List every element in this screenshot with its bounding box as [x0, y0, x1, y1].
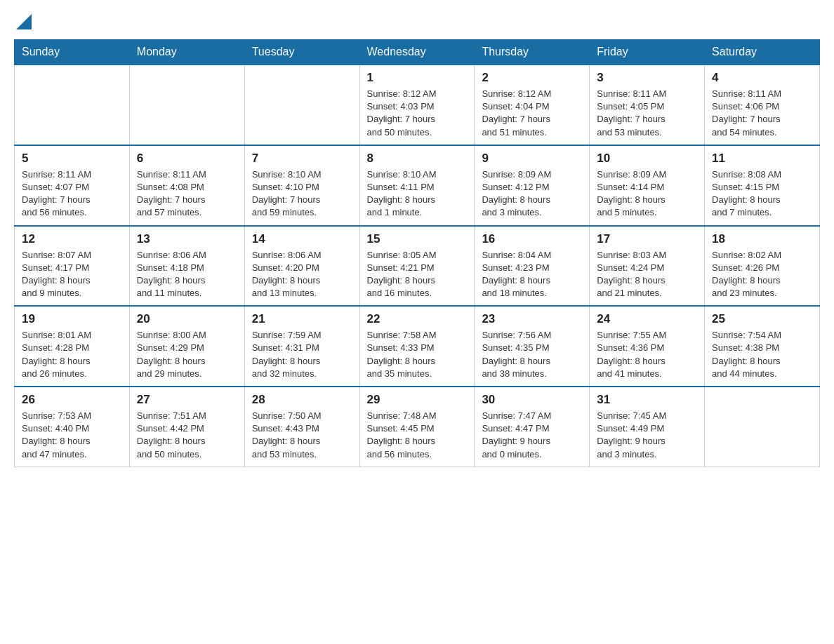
day-number: 16 — [482, 232, 582, 246]
calendar-cell — [15, 65, 130, 145]
day-info: Sunrise: 7:55 AMSunset: 4:36 PMDaylight:… — [597, 329, 697, 380]
day-number: 7 — [252, 152, 352, 166]
weekday-header-sunday: Sunday — [15, 40, 130, 65]
day-info: Sunrise: 8:11 AMSunset: 4:07 PMDaylight:… — [22, 168, 122, 220]
logo-triangle-icon — [16, 14, 32, 29]
weekday-header-tuesday: Tuesday — [244, 40, 359, 65]
calendar-cell: 13Sunrise: 8:06 AMSunset: 4:18 PMDayligh… — [129, 226, 244, 307]
weekday-header-thursday: Thursday — [475, 40, 590, 65]
weekday-header-friday: Friday — [590, 40, 705, 65]
day-number: 4 — [712, 71, 812, 85]
calendar-cell: 1Sunrise: 8:12 AMSunset: 4:03 PMDaylight… — [359, 65, 475, 145]
calendar-cell: 10Sunrise: 8:09 AMSunset: 4:14 PMDayligh… — [590, 145, 705, 226]
calendar-cell: 25Sunrise: 7:54 AMSunset: 4:38 PMDayligh… — [705, 306, 820, 387]
calendar-cell: 27Sunrise: 7:51 AMSunset: 4:42 PMDayligh… — [129, 387, 244, 467]
day-number: 3 — [597, 71, 697, 85]
day-info: Sunrise: 7:51 AMSunset: 4:42 PMDaylight:… — [137, 410, 237, 461]
day-info: Sunrise: 8:12 AMSunset: 4:03 PMDaylight:… — [367, 88, 468, 139]
day-info: Sunrise: 8:08 AMSunset: 4:15 PMDaylight:… — [712, 168, 812, 220]
day-number: 8 — [367, 152, 468, 166]
day-number: 19 — [22, 312, 122, 326]
day-info: Sunrise: 8:03 AMSunset: 4:24 PMDaylight:… — [597, 249, 697, 300]
calendar-table: SundayMondayTuesdayWednesdayThursdayFrid… — [14, 39, 820, 467]
day-info: Sunrise: 7:56 AMSunset: 4:35 PMDaylight:… — [482, 329, 582, 380]
calendar-cell: 26Sunrise: 7:53 AMSunset: 4:40 PMDayligh… — [15, 387, 130, 467]
day-info: Sunrise: 8:10 AMSunset: 4:11 PMDaylight:… — [367, 168, 468, 220]
page-header — [14, 14, 820, 32]
calendar-week-3: 12Sunrise: 8:07 AMSunset: 4:17 PMDayligh… — [15, 226, 820, 307]
calendar-cell: 28Sunrise: 7:50 AMSunset: 4:43 PMDayligh… — [244, 387, 359, 467]
day-number: 13 — [137, 232, 237, 246]
day-number: 11 — [712, 152, 812, 166]
day-number: 21 — [252, 312, 352, 326]
day-info: Sunrise: 8:09 AMSunset: 4:12 PMDaylight:… — [482, 168, 582, 220]
day-number: 14 — [252, 232, 352, 246]
day-info: Sunrise: 8:05 AMSunset: 4:21 PMDaylight:… — [367, 249, 468, 300]
calendar-cell: 9Sunrise: 8:09 AMSunset: 4:12 PMDaylight… — [475, 145, 590, 226]
calendar-cell: 5Sunrise: 8:11 AMSunset: 4:07 PMDaylight… — [15, 145, 130, 226]
day-info: Sunrise: 8:11 AMSunset: 4:08 PMDaylight:… — [137, 168, 237, 220]
day-number: 22 — [367, 312, 468, 326]
calendar-week-2: 5Sunrise: 8:11 AMSunset: 4:07 PMDaylight… — [15, 145, 820, 226]
calendar-cell: 8Sunrise: 8:10 AMSunset: 4:11 PMDaylight… — [359, 145, 475, 226]
day-number: 27 — [137, 393, 237, 407]
calendar-cell: 3Sunrise: 8:11 AMSunset: 4:05 PMDaylight… — [590, 65, 705, 145]
day-number: 25 — [712, 312, 812, 326]
calendar-header: SundayMondayTuesdayWednesdayThursdayFrid… — [15, 40, 820, 65]
calendar-cell: 23Sunrise: 7:56 AMSunset: 4:35 PMDayligh… — [475, 306, 590, 387]
calendar-cell: 16Sunrise: 8:04 AMSunset: 4:23 PMDayligh… — [475, 226, 590, 307]
calendar-cell: 24Sunrise: 7:55 AMSunset: 4:36 PMDayligh… — [590, 306, 705, 387]
calendar-week-1: 1Sunrise: 8:12 AMSunset: 4:03 PMDaylight… — [15, 65, 820, 145]
calendar-cell: 17Sunrise: 8:03 AMSunset: 4:24 PMDayligh… — [590, 226, 705, 307]
day-number: 29 — [367, 393, 468, 407]
day-number: 20 — [137, 312, 237, 326]
day-info: Sunrise: 7:59 AMSunset: 4:31 PMDaylight:… — [252, 329, 352, 380]
calendar-cell: 31Sunrise: 7:45 AMSunset: 4:49 PMDayligh… — [590, 387, 705, 467]
calendar-cell: 20Sunrise: 8:00 AMSunset: 4:29 PMDayligh… — [129, 306, 244, 387]
day-number: 10 — [597, 152, 697, 166]
calendar-cell: 14Sunrise: 8:06 AMSunset: 4:20 PMDayligh… — [244, 226, 359, 307]
day-number: 30 — [482, 393, 582, 407]
day-info: Sunrise: 7:45 AMSunset: 4:49 PMDaylight:… — [597, 410, 697, 461]
day-number: 5 — [22, 152, 122, 166]
weekday-header-wednesday: Wednesday — [359, 40, 475, 65]
calendar-cell — [244, 65, 359, 145]
day-info: Sunrise: 8:10 AMSunset: 4:10 PMDaylight:… — [252, 168, 352, 220]
day-info: Sunrise: 7:48 AMSunset: 4:45 PMDaylight:… — [367, 410, 468, 461]
day-number: 18 — [712, 232, 812, 246]
calendar-cell: 12Sunrise: 8:07 AMSunset: 4:17 PMDayligh… — [15, 226, 130, 307]
day-number: 9 — [482, 152, 582, 166]
day-info: Sunrise: 8:00 AMSunset: 4:29 PMDaylight:… — [137, 329, 237, 380]
calendar-cell: 4Sunrise: 8:11 AMSunset: 4:06 PMDaylight… — [705, 65, 820, 145]
logo — [14, 14, 32, 32]
day-info: Sunrise: 8:11 AMSunset: 4:05 PMDaylight:… — [597, 88, 697, 139]
calendar-cell: 21Sunrise: 7:59 AMSunset: 4:31 PMDayligh… — [244, 306, 359, 387]
day-info: Sunrise: 8:01 AMSunset: 4:28 PMDaylight:… — [22, 329, 122, 380]
day-info: Sunrise: 7:53 AMSunset: 4:40 PMDaylight:… — [22, 410, 122, 461]
day-number: 28 — [252, 393, 352, 407]
calendar-cell: 22Sunrise: 7:58 AMSunset: 4:33 PMDayligh… — [359, 306, 475, 387]
calendar-cell: 18Sunrise: 8:02 AMSunset: 4:26 PMDayligh… — [705, 226, 820, 307]
calendar-week-5: 26Sunrise: 7:53 AMSunset: 4:40 PMDayligh… — [15, 387, 820, 467]
calendar-week-4: 19Sunrise: 8:01 AMSunset: 4:28 PMDayligh… — [15, 306, 820, 387]
day-info: Sunrise: 7:58 AMSunset: 4:33 PMDaylight:… — [367, 329, 468, 380]
day-info: Sunrise: 7:47 AMSunset: 4:47 PMDaylight:… — [482, 410, 582, 461]
day-info: Sunrise: 8:12 AMSunset: 4:04 PMDaylight:… — [482, 88, 582, 139]
calendar-cell: 30Sunrise: 7:47 AMSunset: 4:47 PMDayligh… — [475, 387, 590, 467]
weekday-header-saturday: Saturday — [705, 40, 820, 65]
day-info: Sunrise: 8:07 AMSunset: 4:17 PMDaylight:… — [22, 249, 122, 300]
day-number: 6 — [137, 152, 237, 166]
calendar-body: 1Sunrise: 8:12 AMSunset: 4:03 PMDaylight… — [15, 65, 820, 467]
day-number: 26 — [22, 393, 122, 407]
day-number: 31 — [597, 393, 697, 407]
day-number: 24 — [597, 312, 697, 326]
day-info: Sunrise: 8:09 AMSunset: 4:14 PMDaylight:… — [597, 168, 697, 220]
weekday-header-monday: Monday — [129, 40, 244, 65]
calendar-cell — [705, 387, 820, 467]
calendar-cell: 6Sunrise: 8:11 AMSunset: 4:08 PMDaylight… — [129, 145, 244, 226]
day-info: Sunrise: 8:06 AMSunset: 4:20 PMDaylight:… — [252, 249, 352, 300]
day-number: 15 — [367, 232, 468, 246]
calendar-cell: 11Sunrise: 8:08 AMSunset: 4:15 PMDayligh… — [705, 145, 820, 226]
day-number: 23 — [482, 312, 582, 326]
day-number: 12 — [22, 232, 122, 246]
